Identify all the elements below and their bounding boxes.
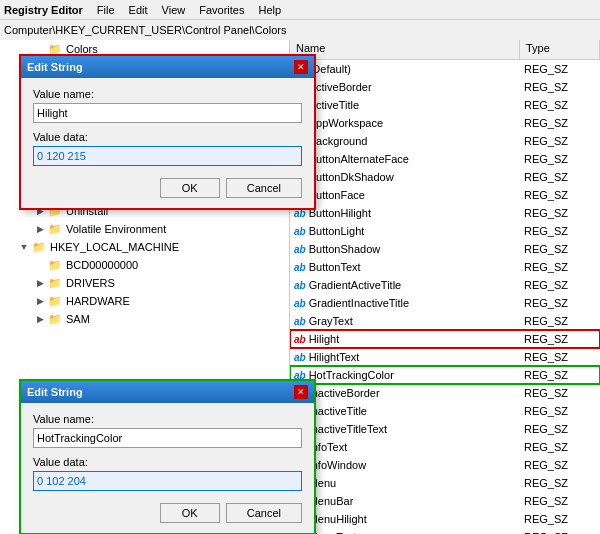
address-text: Computer\HKEY_CURRENT_USER\Control Panel… <box>4 24 286 36</box>
value-data-label: Value data: <box>33 131 302 143</box>
details-header: Name Type <box>290 40 600 60</box>
table-row[interactable]: ab (Default) REG_SZ <box>290 60 600 78</box>
table-row[interactable]: ab MenuHilight REG_SZ <box>290 510 600 528</box>
menu-edit[interactable]: Edit <box>123 3 154 17</box>
table-row[interactable]: ab GradientInactiveTitle REG_SZ <box>290 294 600 312</box>
tree-item-drivers[interactable]: ▶ 📁 DRIVERS <box>0 274 289 292</box>
arrow-icon: ▶ <box>32 224 48 234</box>
dialog-close-button[interactable]: ✕ <box>294 385 308 399</box>
cell-type: REG_SZ <box>520 441 600 453</box>
cell-type: REG_SZ <box>520 171 600 183</box>
ok-button[interactable]: OK <box>160 503 220 523</box>
menu-file[interactable]: File <box>91 3 121 17</box>
row-name: ButtonFace <box>309 189 365 201</box>
table-row[interactable]: ab Hilight REG_SZ <box>290 330 600 348</box>
reg-icon: ab <box>294 280 306 291</box>
table-row[interactable]: ab GradientActiveTitle REG_SZ <box>290 276 600 294</box>
tree-item-volatile[interactable]: ▶ 📁 Volatile Environment <box>0 220 289 238</box>
tree-item-hardware[interactable]: ▶ 📁 HARDWARE <box>0 292 289 310</box>
folder-icon: 📁 <box>48 313 64 326</box>
dialog-title-bar: Edit String ✕ <box>21 381 314 403</box>
row-name: InactiveBorder <box>309 387 380 399</box>
table-row[interactable]: ab InactiveTitleText REG_SZ <box>290 420 600 438</box>
cell-type: REG_SZ <box>520 423 600 435</box>
cell-name: ab InfoWindow <box>290 459 520 471</box>
tree-item-sam[interactable]: ▶ 📁 SAM <box>0 310 289 328</box>
menu-items: File Edit View Favorites Help <box>91 3 287 17</box>
table-row[interactable]: ab InfoWindow REG_SZ <box>290 456 600 474</box>
reg-icon: ab <box>294 226 306 237</box>
cell-name: ab InactiveTitle <box>290 405 520 417</box>
table-row[interactable]: ab HilightText REG_SZ <box>290 348 600 366</box>
table-row[interactable]: ab ButtonAlternateFace REG_SZ <box>290 150 600 168</box>
folder-icon: 📁 <box>48 295 64 308</box>
value-data-input[interactable] <box>33 471 302 491</box>
cell-type: REG_SZ <box>520 387 600 399</box>
cell-type: REG_SZ <box>520 333 600 345</box>
table-row[interactable]: ab ButtonLight REG_SZ <box>290 222 600 240</box>
table-row[interactable]: ab ButtonText REG_SZ <box>290 258 600 276</box>
arrow-icon: ▶ <box>32 314 48 324</box>
menu-favorites[interactable]: Favorites <box>193 3 250 17</box>
row-name: MenuHilight <box>309 513 367 525</box>
menu-view[interactable]: View <box>156 3 192 17</box>
dialog-body: Value name: Value data: OK Cancel <box>21 403 314 533</box>
folder-icon: 📁 <box>48 277 64 290</box>
tree-label: SAM <box>66 313 90 325</box>
cell-name: ab ButtonText <box>290 261 520 273</box>
cell-type: REG_SZ <box>520 297 600 309</box>
tree-item-hklm[interactable]: ▼ 📁 HKEY_LOCAL_MACHINE <box>0 238 289 256</box>
table-row[interactable]: ab ButtonHilight REG_SZ <box>290 204 600 222</box>
tree-label: HARDWARE <box>66 295 130 307</box>
table-row[interactable]: ab AppWorkspace REG_SZ <box>290 114 600 132</box>
table-row[interactable]: ab ButtonShadow REG_SZ <box>290 240 600 258</box>
table-row[interactable]: ab GrayText REG_SZ <box>290 312 600 330</box>
cell-name: ab (Default) <box>290 63 520 75</box>
table-row[interactable]: ab Menu REG_SZ <box>290 474 600 492</box>
address-bar: Computer\HKEY_CURRENT_USER\Control Panel… <box>0 20 600 40</box>
dialog-close-button[interactable]: ✕ <box>294 60 308 74</box>
dialog-body: Value name: Value data: OK Cancel <box>21 78 314 208</box>
tree-item-bcd[interactable]: 📁 BCD00000000 <box>0 256 289 274</box>
table-row[interactable]: ab HotTrackingColor REG_SZ <box>290 366 600 384</box>
table-row[interactable]: ab InactiveTitle REG_SZ <box>290 402 600 420</box>
dialog-title-bar: Edit String ✕ <box>21 56 314 78</box>
row-name: Hilight <box>309 333 340 345</box>
row-name: HilightText <box>309 351 360 363</box>
cell-type: REG_SZ <box>520 405 600 417</box>
cell-name: ab InactiveTitleText <box>290 423 520 435</box>
ok-button[interactable]: OK <box>160 178 220 198</box>
cell-type: REG_SZ <box>520 477 600 489</box>
table-row[interactable]: ab ActiveBorder REG_SZ <box>290 78 600 96</box>
row-name: Background <box>309 135 368 147</box>
arrow-icon: ▶ <box>32 296 48 306</box>
dialog-title: Edit String <box>27 386 83 398</box>
value-data-input[interactable] <box>33 146 302 166</box>
menu-help[interactable]: Help <box>252 3 287 17</box>
table-row[interactable]: ab ButtonDkShadow REG_SZ <box>290 168 600 186</box>
cell-name: ab ButtonAlternateFace <box>290 153 520 165</box>
value-name-input[interactable] <box>33 103 302 123</box>
cell-name: ab ButtonFace <box>290 189 520 201</box>
dialog-hottracking: Edit String ✕ Value name: Value data: OK… <box>20 380 315 534</box>
table-row[interactable]: ab Background REG_SZ <box>290 132 600 150</box>
table-row[interactable]: ab InactiveBorder REG_SZ <box>290 384 600 402</box>
dialog-title: Edit String <box>27 61 83 73</box>
row-name: ActiveBorder <box>309 81 372 93</box>
cell-name: ab HilightText <box>290 351 520 363</box>
cell-type: REG_SZ <box>520 243 600 255</box>
table-row[interactable]: ab MenuBar REG_SZ <box>290 492 600 510</box>
table-row[interactable]: ab ActiveTitle REG_SZ <box>290 96 600 114</box>
table-row[interactable]: ab MenuText REG_SZ <box>290 528 600 534</box>
cell-name: ab ButtonHilight <box>290 207 520 219</box>
table-row[interactable]: ab ButtonFace REG_SZ <box>290 186 600 204</box>
table-row[interactable]: ab InfoText REG_SZ <box>290 438 600 456</box>
cell-type: REG_SZ <box>520 117 600 129</box>
value-name-input[interactable] <box>33 428 302 448</box>
tree-label: DRIVERS <box>66 277 115 289</box>
cancel-button[interactable]: Cancel <box>226 178 302 198</box>
cancel-button[interactable]: Cancel <box>226 503 302 523</box>
row-name: InfoWindow <box>309 459 366 471</box>
cell-name: ab AppWorkspace <box>290 117 520 129</box>
row-name: InactiveTitleText <box>309 423 387 435</box>
